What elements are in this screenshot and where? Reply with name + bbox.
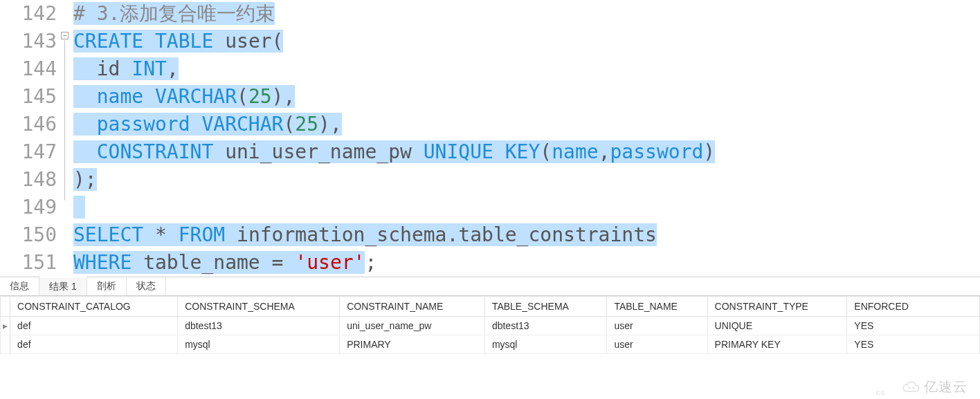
code-token: ) (703, 140, 715, 163)
table-cell[interactable]: dbtest13 (484, 317, 606, 335)
code-line[interactable]: name VARCHAR(25), (73, 83, 715, 111)
code-token: VARCHAR (155, 85, 237, 108)
line-number: 149 (0, 194, 57, 221)
line-number: 142 (0, 0, 57, 28)
code-token: , (167, 57, 179, 80)
line-number: 146 (0, 111, 57, 138)
code-token: user( (213, 30, 283, 53)
table-row[interactable]: ▸defdbtest13uni_user_name_pwdbtest13user… (1, 317, 980, 335)
code-token: VARCHAR (201, 113, 283, 136)
watermark-prefix: cs (876, 388, 885, 396)
code-token: 25 (295, 113, 318, 136)
column-header[interactable]: TABLE_SCHEMA (484, 297, 606, 317)
column-header[interactable]: CONSTRAINT_SCHEMA (178, 297, 340, 317)
row-handle-header (1, 297, 10, 317)
code-line[interactable]: CREATE TABLE user( (73, 28, 715, 55)
tab-3[interactable]: 状态 (127, 277, 166, 295)
code-token: WHERE (73, 251, 131, 274)
table-cell[interactable]: mysql (484, 335, 606, 354)
code-line[interactable]: WHERE table_name = 'user'; (73, 249, 715, 277)
line-number: 151 (0, 249, 57, 277)
code-token (493, 140, 505, 163)
watermark-brand: 亿速云 (924, 378, 968, 396)
code-line[interactable]: CONSTRAINT uni_user_name_pw UNIQUE KEY(n… (73, 138, 715, 166)
code-token: 'user' (295, 251, 365, 274)
tab-2[interactable]: 剖析 (87, 277, 127, 295)
tab-0[interactable]: 信息 (0, 277, 39, 295)
line-number: 150 (0, 221, 57, 249)
code-token: ( (283, 113, 295, 136)
table-cell[interactable]: YES (847, 335, 980, 354)
code-token: id (73, 57, 131, 80)
line-number: 144 (0, 55, 57, 83)
code-token: INT (131, 57, 167, 80)
table-cell[interactable]: dbtest13 (178, 317, 340, 335)
code-token: ( (237, 85, 248, 108)
fold-guide-line (64, 40, 65, 201)
code-line[interactable]: id INT, (73, 55, 715, 83)
code-token (73, 140, 97, 163)
line-number: 147 (0, 138, 57, 166)
fold-marker-icon[interactable]: − (61, 32, 69, 39)
code-token: UNIQUE (424, 140, 493, 163)
code-token: FROM (179, 223, 225, 246)
code-token: name (97, 85, 143, 108)
code-line[interactable]: # 3.添加复合唯一约束 (73, 0, 715, 28)
tab-1[interactable]: 结果 1 (39, 277, 87, 295)
code-token: information_schema.table_constraints (225, 223, 657, 246)
column-header[interactable]: CONSTRAINT_NAME (340, 297, 485, 317)
column-header[interactable]: ENFORCED (847, 297, 980, 317)
code-token: 25 (248, 85, 272, 108)
code-token (143, 85, 155, 108)
code-token: uni_user_name_pw (213, 140, 423, 163)
code-token (190, 113, 202, 136)
table-row[interactable]: defmysqlPRIMARYmysqluserPRIMARY KEYYES (1, 335, 980, 354)
table-cell[interactable]: user (607, 335, 707, 354)
result-tabs: 信息结果 1剖析状态 (0, 277, 980, 296)
code-token: CONSTRAINT (97, 140, 214, 163)
code-token: * (143, 223, 179, 246)
code-token: ; (365, 251, 376, 274)
code-token (143, 30, 155, 53)
code-line[interactable]: ); (73, 166, 715, 194)
column-header[interactable]: TABLE_NAME (607, 297, 707, 317)
code-line[interactable]: SELECT * FROM information_schema.table_c… (73, 221, 715, 249)
code-area[interactable]: # 3.添加复合唯一约束CREATE TABLE user( id INT, n… (73, 0, 715, 277)
code-token: KEY (505, 140, 541, 163)
code-token: name (552, 140, 598, 163)
code-token: CREATE (73, 30, 143, 53)
table-cell[interactable]: PRIMARY KEY (707, 335, 847, 354)
line-number-gutter: 142143144145146147148149150151 (0, 0, 64, 277)
code-line[interactable]: password VARCHAR(25), (73, 111, 715, 138)
svg-point-1 (912, 387, 915, 389)
line-number: 145 (0, 83, 57, 111)
table-cell[interactable]: mysql (178, 335, 340, 354)
code-token: table_name = (131, 251, 295, 274)
code-token: password (97, 113, 190, 136)
sql-editor[interactable]: 142143144145146147148149150151 − # 3.添加复… (0, 0, 980, 277)
row-handle[interactable] (1, 335, 10, 354)
table-cell[interactable]: UNIQUE (707, 317, 847, 335)
code-token: , (599, 140, 610, 163)
table-cell[interactable]: PRIMARY (340, 335, 485, 354)
column-header[interactable]: CONSTRAINT_TYPE (707, 297, 847, 317)
results-grid[interactable]: CONSTRAINT_CATALOGCONSTRAINT_SCHEMACONST… (0, 296, 980, 354)
code-line[interactable] (73, 194, 715, 221)
table-cell[interactable]: def (10, 335, 178, 354)
table-cell[interactable]: def (10, 317, 178, 335)
code-token: TABLE (155, 30, 213, 53)
code-token: ); (73, 168, 97, 191)
code-token: ( (540, 140, 552, 163)
table-cell[interactable]: YES (847, 317, 980, 335)
table-cell[interactable]: uni_user_name_pw (340, 317, 485, 335)
column-header[interactable]: CONSTRAINT_CATALOG (10, 297, 178, 317)
line-number: 148 (0, 166, 57, 194)
code-token: # 3.添加复合唯一约束 (73, 2, 275, 25)
row-handle[interactable]: ▸ (1, 317, 10, 335)
table-cell[interactable]: user (607, 317, 707, 335)
code-token (73, 196, 85, 219)
code-token (73, 113, 97, 136)
code-token: SELECT (73, 223, 143, 246)
svg-point-0 (908, 387, 911, 389)
watermark: cs 亿速云 (876, 378, 968, 396)
